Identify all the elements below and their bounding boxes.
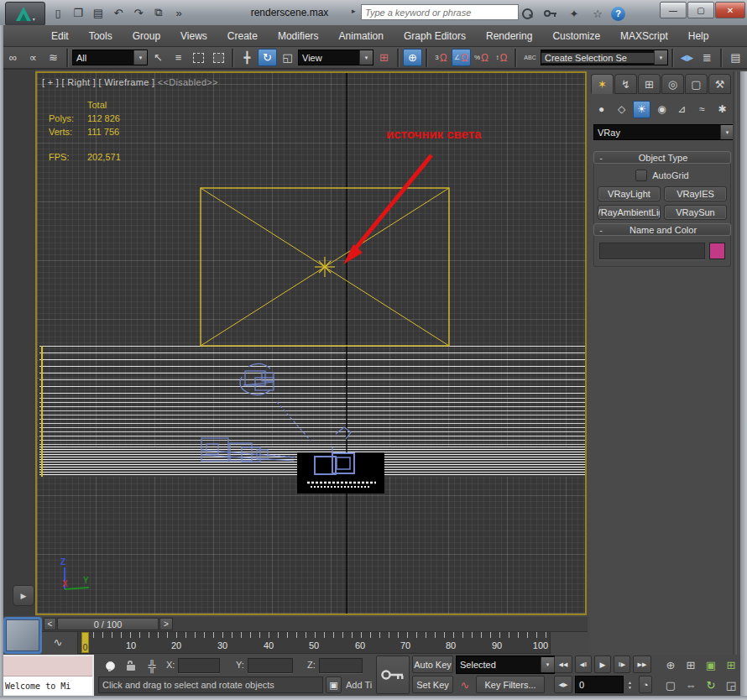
pan-view-icon[interactable]: ⇔ xyxy=(682,676,699,693)
z-coord-field[interactable] xyxy=(319,658,363,673)
go-to-end-button[interactable]: ▶▶ xyxy=(633,656,651,673)
menu-views[interactable]: Views xyxy=(171,27,217,45)
menu-animation[interactable]: Animation xyxy=(330,27,393,45)
menu-customize[interactable]: Customize xyxy=(543,27,609,45)
rollout-object-type-header[interactable]: - Object Type xyxy=(593,151,731,164)
viewport-right-wireframe[interactable]: [ + ] [ Right ] [ Wireframe ] <<Disabled… xyxy=(35,71,587,615)
menu-maxscript[interactable]: MAXScript xyxy=(611,27,677,45)
favorites-star-icon[interactable]: ☆ xyxy=(588,4,608,23)
tab-modify[interactable]: ↯ xyxy=(614,74,637,94)
undo-icon[interactable]: ↶ xyxy=(109,3,128,22)
isolate-selection-icon[interactable] xyxy=(102,658,118,673)
autogrid-checkbox[interactable] xyxy=(635,170,647,181)
rollout-name-color-header[interactable]: - Name and Color xyxy=(593,223,731,236)
region-zoom-icon[interactable]: ▢ xyxy=(662,676,679,693)
current-frame-field[interactable]: 0 xyxy=(575,676,624,693)
zoom-all-icon[interactable]: ⊞ xyxy=(682,656,699,673)
key-filter-selected-dropdown[interactable]: Selected ▼ xyxy=(456,656,555,674)
bind-to-space-warp-icon[interactable]: ≋ xyxy=(44,49,63,66)
key-filters-button[interactable]: Key Filters... xyxy=(476,676,545,693)
vrayies-button[interactable]: VRayIES xyxy=(664,186,727,201)
category-shapes-icon[interactable]: ◇ xyxy=(613,101,630,118)
wire-object-a[interactable] xyxy=(240,363,274,394)
object-name-field[interactable] xyxy=(599,243,705,259)
auto-key-button[interactable]: Auto Key xyxy=(412,656,453,673)
new-scene-icon[interactable]: ▯ xyxy=(49,3,67,22)
window-crossing-icon[interactable] xyxy=(209,49,228,66)
orbit-icon[interactable]: ↻ xyxy=(703,676,719,693)
frame-spinner[interactable]: ▲▼ xyxy=(625,676,635,693)
open-file-icon[interactable]: ❐ xyxy=(69,3,87,22)
menu-graph-editors[interactable]: Graph Editors xyxy=(394,27,475,45)
viewport-layout-tab[interactable] xyxy=(3,617,42,654)
vraysun-button[interactable]: VRaySun xyxy=(664,205,727,220)
category-systems-icon[interactable]: ✱ xyxy=(713,101,731,118)
menu-tools[interactable]: Tools xyxy=(80,27,122,45)
next-frame-playback-button[interactable]: ‖▶ xyxy=(614,656,630,673)
qat-overflow-icon[interactable]: » xyxy=(170,3,188,22)
angle-snap-toggle-icon[interactable]: ∠Ω xyxy=(452,49,471,66)
new-key-curve-icon[interactable]: ∿ xyxy=(457,677,473,692)
project-folder-icon[interactable]: ⧉ xyxy=(149,3,168,22)
layer-manager-icon[interactable]: ▤ xyxy=(726,49,745,66)
spinner-snap-toggle-icon[interactable]: ↕Ω xyxy=(492,49,511,66)
maximize-button[interactable]: ▢ xyxy=(687,2,714,18)
snaps-toggle-3d-icon[interactable]: 3Ω xyxy=(431,49,451,66)
select-and-move-icon[interactable]: ╋ xyxy=(238,49,257,66)
search-binoculars-icon[interactable] xyxy=(517,4,537,23)
redo-icon[interactable]: ↷ xyxy=(129,3,148,22)
grid-toggle-icon[interactable]: ▣ xyxy=(326,676,342,693)
command-panel-scrollbar[interactable] xyxy=(733,71,737,697)
zoom-extents-icon[interactable]: ▣ xyxy=(703,656,719,673)
edit-named-selection-sets-icon[interactable]: ABC xyxy=(520,49,540,66)
time-configuration-icon[interactable]: ◔ xyxy=(639,676,652,693)
select-object-icon[interactable]: ↖ xyxy=(149,49,168,66)
tab-display[interactable]: ▢ xyxy=(685,74,708,94)
go-to-start-button[interactable]: ◀◀ xyxy=(554,656,572,673)
close-button[interactable]: ✕ xyxy=(715,2,745,18)
menu-create[interactable]: Create xyxy=(218,27,267,45)
tab-hierarchy[interactable]: ⊞ xyxy=(638,74,661,94)
select-and-manipulate-icon[interactable]: ⊕ xyxy=(403,49,422,66)
select-by-name-icon[interactable]: ≡ xyxy=(169,49,188,66)
previous-frame-button[interactable]: < xyxy=(44,618,56,630)
track-bar[interactable]: 0 10 20 30 40 50 60 70 80 90 100 xyxy=(77,631,551,654)
unlink-selection-icon[interactable]: ∝ xyxy=(24,49,43,66)
category-lights-icon[interactable]: ☀ xyxy=(633,101,650,118)
menu-edit[interactable]: Edit xyxy=(42,27,78,45)
play-animation-button[interactable]: ▶ xyxy=(594,656,611,673)
tab-create[interactable]: ✶ xyxy=(591,74,614,94)
y-coord-field[interactable] xyxy=(248,658,293,673)
viewport-tab-expand-button[interactable]: ▶ xyxy=(13,585,34,606)
category-helpers-icon[interactable]: ⊿ xyxy=(673,101,691,118)
use-pivot-point-center-icon[interactable]: ⊞ xyxy=(374,49,394,66)
vraylight-button[interactable]: VRayLight xyxy=(598,186,661,201)
selection-lock-icon[interactable] xyxy=(123,657,138,672)
minimize-button[interactable]: — xyxy=(660,2,687,18)
selection-filter-dropdown[interactable]: All ▼ xyxy=(72,50,148,65)
reference-coordinate-system-dropdown[interactable]: View ▼ xyxy=(298,50,374,65)
category-geometry-icon[interactable]: ● xyxy=(593,101,610,118)
percent-snap-toggle-icon[interactable]: %Ω xyxy=(472,49,491,66)
help-icon[interactable]: ? xyxy=(611,7,625,21)
menu-modifiers[interactable]: Modifiers xyxy=(269,27,328,45)
object-color-swatch[interactable] xyxy=(709,243,725,259)
menu-group[interactable]: Group xyxy=(123,27,170,45)
menu-help[interactable]: Help xyxy=(679,27,718,45)
select-and-scale-icon[interactable]: ◱ xyxy=(278,49,297,66)
select-and-link-icon[interactable]: ∞ xyxy=(3,49,23,66)
next-frame-button[interactable]: > xyxy=(159,618,173,630)
rectangular-selection-region-icon[interactable] xyxy=(189,49,208,66)
communication-center-icon[interactable]: ✦ xyxy=(564,4,584,23)
set-key-button[interactable]: Set Key xyxy=(412,676,453,693)
maxscript-mini-listener[interactable]: Welcome to Mi xyxy=(2,655,94,697)
subscription-key-icon[interactable] xyxy=(541,4,561,23)
search-input[interactable] xyxy=(361,4,519,20)
vrayambientlight-button[interactable]: VRayAmbientLig xyxy=(598,205,661,220)
tab-utilities[interactable]: ⚒ xyxy=(708,74,731,94)
align-icon[interactable]: ≣ xyxy=(697,49,717,66)
mirror-icon[interactable]: ◀▶ xyxy=(677,49,697,66)
light-type-dropdown[interactable]: VRay ▼ xyxy=(593,124,734,140)
vray-light-plane[interactable] xyxy=(201,188,449,346)
named-selection-sets-dropdown[interactable]: Create Selection Se ▼ xyxy=(541,50,668,65)
